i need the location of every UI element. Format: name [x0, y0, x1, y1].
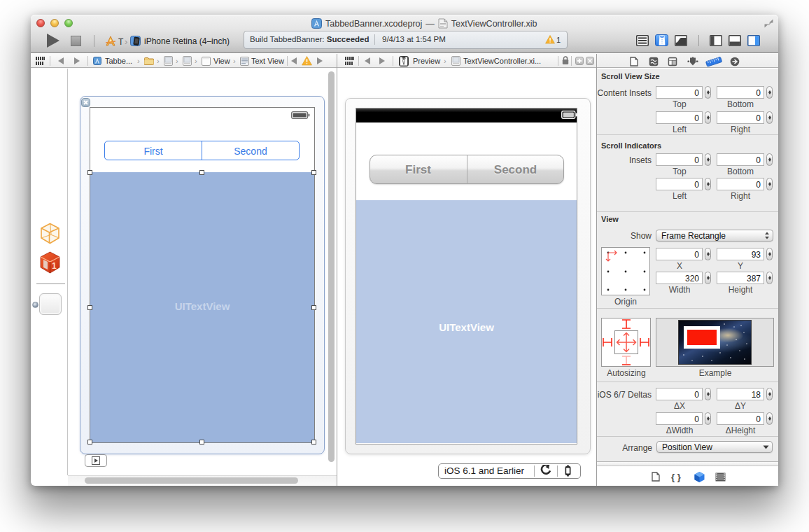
svg-text:1: 1: [52, 261, 57, 271]
